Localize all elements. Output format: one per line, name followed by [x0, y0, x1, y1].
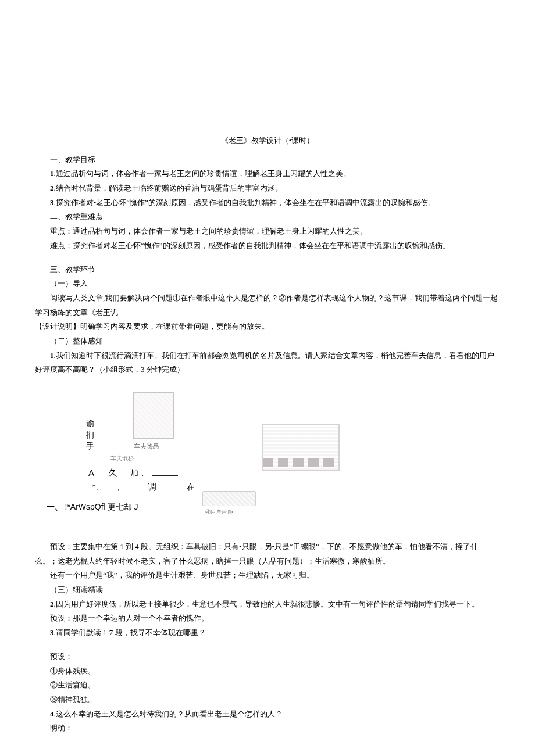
- section-1-heading: 一、教学目标: [35, 153, 500, 167]
- empty-box-icon: [133, 392, 174, 439]
- sub-3-heading: （三）细读精读: [35, 583, 500, 597]
- char-jiu: 久: [108, 468, 117, 478]
- answer-1: ①身体残疾。: [35, 664, 500, 679]
- question-4: 4.这么不幸的老王又是怎么对待我们的？从而看出老王是个怎样的人？: [35, 707, 500, 722]
- goal-2-text: .结合时代背景，解读老王临终前赠送的香油与鸡蛋背后的丰富内涵。: [54, 184, 283, 192]
- goal-3-text: .探究作者对•老王心怀“愧作”的深刻原因，感受作者的自我批判精神，体会坐在在平和…: [54, 198, 436, 207]
- spacer: [35, 253, 500, 263]
- blank-underline: [152, 475, 178, 476]
- goal-2: 2.结合时代背景，解读老王临终前赠送的香油与鸡蛋背后的丰富内涵。: [35, 181, 500, 196]
- preset-p2: 还有一个用户是“我”，我的评价是生计艰苦、身世孤苦；生理缺陷，无家可归。: [35, 568, 500, 583]
- box-caption-2: 车夫玳杉: [110, 453, 134, 464]
- q1-text: .我们知道时下很流行滴滴打车。我们在打车前都会浏览司机的名片及信息。请大家结合文…: [35, 351, 494, 374]
- design-note: 【设计说明】明确学习内容及要求，在课前带着问题，更能有的放矢。: [35, 320, 500, 334]
- letter-a: A: [88, 468, 94, 478]
- goal-1: 1.通过品析句与词，体会作者一家与老王之间的珍贵情谊，理解老王身上闪耀的人性之美…: [35, 167, 500, 181]
- q2-text: .因为用户好评度低，所以老王接单很少，生意也不景气，导致他的人生就很悲惨。文中有…: [54, 600, 479, 608]
- small-box-label: ④用户评调•: [205, 507, 233, 517]
- intro-paragraph: 阅读写人类文章,我们要解决两个问题①在作者眼中这个人是怎样的？②作者是怎样表现这…: [35, 291, 500, 320]
- answer-3: ③精神孤独。: [35, 693, 500, 707]
- answer-2: ②生活窘迫。: [35, 678, 500, 693]
- star-mark: *、: [92, 483, 104, 492]
- char-zai: 在: [187, 483, 195, 492]
- vert-char-2: 扪: [86, 429, 95, 441]
- row-one: 一、 !*ArWspQfl 更七却 J: [47, 499, 138, 515]
- goal-1-text: .通过品析句与词，体会作者一家与老王之间的珍贵情谊，理解老王身上闪耀的人性之美。: [54, 169, 351, 178]
- preset-p1: 预设：主要集中在第 1 到 4 段。无组织：车具破旧；只有•只眼，另•只是“田螺…: [35, 540, 500, 568]
- difficulty: 难点：探究作者对老王心怀“愧作”的深刻原因，感受作者的自我批判精神，体会坐在在平…: [35, 239, 500, 253]
- dashed-line-icon: [263, 458, 338, 467]
- sub-2-heading: （二）整体感知: [35, 334, 500, 349]
- spacer-2: [35, 640, 500, 650]
- vertical-label: 谕 扪 手: [86, 418, 95, 452]
- row-star: *、 ， 调 在: [92, 479, 195, 496]
- sub-1-heading: （一）导入: [35, 277, 500, 291]
- row-one-prefix: 一、: [47, 503, 63, 511]
- row-one-text: !*ArWspQfl 更七却 J: [65, 502, 138, 511]
- q4-text: .这么不幸的老王又是怎么对待我们的？从而看出老王是个怎样的人？: [54, 710, 283, 718]
- goal-3: 3.探究作者对•老王心怀“愧作”的深刻原因，感受作者的自我批判精神，体会坐在在平…: [35, 196, 500, 210]
- page: 《老王》教学设计（•课时） 一、教学目标 1.通过品析句与词，体会作者一家与老王…: [0, 0, 535, 756]
- q3-text: .请同学们默读 1-7 段，找寻不幸体现在哪里？: [54, 628, 206, 637]
- doc-title: 《老王》教学设计（•课时）: [35, 134, 500, 148]
- keypoint: 重点：通过品析句与词，体会作者一家与老王之间的珍贵情谊，理解老王身上闪耀的人性之…: [35, 224, 500, 239]
- preset-2: 预设：那是一个幸运的人对一个不幸者的愧作。: [35, 611, 500, 626]
- section-2-heading: 二、教学重难点: [35, 210, 500, 224]
- char-diao: 调: [148, 482, 156, 492]
- right-box-icon: [262, 424, 340, 471]
- char-jia: 加，: [130, 469, 147, 478]
- question-1: 1.我们知道时下很流行滴滴打车。我们在打车前都会浏览司机的名片及信息。请大家结合…: [35, 349, 500, 377]
- section-3-heading: 三、教学环节: [35, 263, 500, 277]
- small-box-icon: [202, 491, 256, 506]
- box-caption-1: 车夫嗨昂: [134, 440, 159, 453]
- clarify-heading: 明确：: [35, 721, 500, 736]
- vert-char-1: 谕: [86, 418, 95, 429]
- comma-mark: ，: [115, 483, 123, 492]
- question-2: 2.因为用户好评度低，所以老王接单很少，生意也不景气，导致他的人生就很悲惨。文中…: [35, 597, 500, 612]
- preset-heading: 预设：: [35, 650, 500, 664]
- vert-char-3: 手: [86, 440, 95, 452]
- question-3: 3.请同学们默读 1-7 段，找寻不幸体现在哪里？: [35, 626, 500, 640]
- worksheet-illustration: 谕 扪 手 车夫嗨昂 车夫玳杉 A 久 加， *、 ， 调 在 一、 !*ArW…: [35, 383, 500, 522]
